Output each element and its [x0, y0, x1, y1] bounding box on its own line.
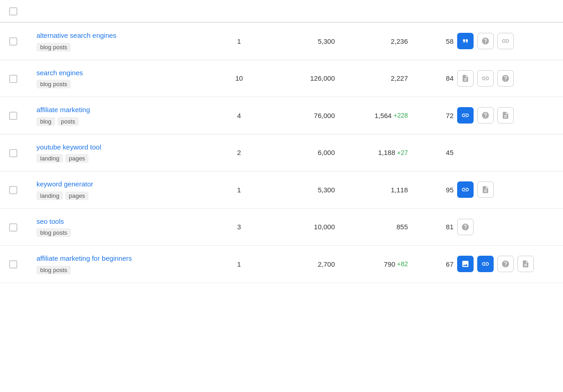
serp-icon-top-stories-2[interactable]	[497, 107, 514, 124]
serp-cell-2	[454, 107, 554, 124]
serp-icon-image-pack-6[interactable]	[457, 256, 474, 272]
serp-icon-people-also-ask-2[interactable]	[477, 107, 494, 124]
traffic-cell-4: 1,118	[335, 186, 408, 194]
row-checkbox-cell-1	[9, 74, 36, 83]
serp-cell-1	[454, 70, 554, 87]
keyword-cell-3: youtube keyword tool landingpages	[36, 143, 207, 163]
tag: landing	[36, 154, 63, 163]
traffic-cell-5: 855	[335, 223, 408, 231]
position-cell-6: 1	[207, 260, 271, 268]
row-checkbox-3[interactable]	[9, 149, 17, 157]
keyword-cell-6: affiliate marketing for beginners blog p…	[36, 254, 207, 274]
serp-icon-featured-snippet-0[interactable]	[457, 33, 474, 49]
keyword-cell-0: alternative search engines blog posts	[36, 31, 207, 52]
position-cell-4: 1	[207, 186, 271, 194]
table-row: keyword generator landingpages 15,300 1,…	[0, 171, 563, 209]
keyword-cell-2: affiliate marketing blogposts	[36, 105, 207, 126]
serp-icon-people-also-ask-0[interactable]	[477, 33, 494, 49]
serp-icon-sitelinks-0[interactable]	[497, 33, 514, 49]
row-checkbox-cell-3	[9, 148, 36, 157]
tags-row-2: blogposts	[36, 117, 207, 126]
row-checkbox-4[interactable]	[9, 186, 17, 194]
position-cell-5: 3	[207, 223, 271, 231]
serp-cell-6	[454, 256, 554, 272]
serp-icon-top-stories-4[interactable]	[477, 181, 494, 198]
table-row: affiliate marketing blogposts 476,000 1,…	[0, 97, 563, 134]
traffic-value-6: 790	[384, 260, 395, 268]
traffic-value-4: 1,118	[391, 186, 408, 194]
tags-row-5: blog posts	[36, 228, 207, 237]
keyword-cell-5: seo tools blog posts	[36, 217, 207, 237]
serp-icon-people-also-ask-6[interactable]	[497, 256, 514, 272]
traffic-cell-1: 2,227	[335, 74, 408, 82]
row-checkbox-cell-2	[9, 111, 36, 120]
volume-cell-3: 6,000	[271, 149, 335, 156]
kd-cell-2: 72	[408, 112, 454, 119]
tag: blog	[36, 117, 55, 126]
traffic-delta-6: +82	[397, 260, 408, 268]
row-checkbox-cell-6	[9, 259, 36, 268]
serp-icon-sitelinks-2[interactable]	[457, 107, 474, 124]
row-checkbox-2[interactable]	[9, 112, 17, 120]
position-cell-1: 10	[207, 74, 271, 82]
header-checkbox-cell	[9, 6, 36, 15]
row-checkbox-5[interactable]	[9, 223, 17, 232]
serp-cell-5	[454, 219, 554, 235]
row-checkbox-0[interactable]	[9, 37, 17, 46]
tags-row-6: blog posts	[36, 266, 207, 274]
traffic-value-2: 1,564	[375, 112, 392, 119]
table-row: youtube keyword tool landingpages 26,000…	[0, 134, 563, 172]
table-header	[0, 0, 563, 23]
volume-cell-2: 76,000	[271, 112, 335, 119]
keyword-table: alternative search engines blog posts 15…	[0, 0, 563, 392]
traffic-value-5: 855	[396, 223, 408, 231]
position-cell-2: 4	[207, 112, 271, 119]
traffic-value-0: 2,236	[391, 37, 408, 45]
volume-cell-6: 2,700	[271, 260, 335, 268]
kd-cell-3: 45	[408, 149, 454, 156]
row-checkbox-cell-4	[9, 185, 36, 194]
kd-cell-5: 81	[408, 223, 454, 231]
serp-icon-people-also-ask-5[interactable]	[457, 219, 474, 235]
serp-icon-top-stories-6[interactable]	[517, 256, 534, 272]
kd-cell-6: 67	[408, 260, 454, 268]
keyword-link-6[interactable]: affiliate marketing for beginners	[36, 254, 207, 263]
volume-cell-0: 5,300	[271, 37, 335, 45]
traffic-cell-2: 1,564+228	[335, 112, 408, 119]
tag: blog posts	[36, 43, 71, 52]
position-cell-0: 1	[207, 37, 271, 45]
keyword-link-0[interactable]: alternative search engines	[36, 31, 207, 40]
keyword-cell-4: keyword generator landingpages	[36, 180, 207, 200]
table-body: alternative search engines blog posts 15…	[0, 23, 563, 283]
tag: landing	[36, 191, 63, 200]
traffic-cell-0: 2,236	[335, 37, 408, 45]
row-checkbox-6[interactable]	[9, 260, 17, 268]
row-checkbox-cell-5	[9, 222, 36, 232]
serp-cell-4	[454, 181, 554, 198]
row-checkbox-1[interactable]	[9, 75, 17, 83]
select-all-checkbox[interactable]	[9, 7, 17, 15]
keyword-link-5[interactable]: seo tools	[36, 217, 207, 226]
keyword-cell-1: search engines blog posts	[36, 68, 207, 89]
position-cell-3: 2	[207, 149, 271, 156]
keyword-link-4[interactable]: keyword generator	[36, 180, 207, 189]
table-row: affiliate marketing for beginners blog p…	[0, 246, 563, 283]
tag: blog posts	[36, 266, 71, 274]
keyword-link-1[interactable]: search engines	[36, 68, 207, 77]
serp-icon-top-stories-1[interactable]	[457, 70, 474, 87]
serp-icon-sitelinks-4[interactable]	[457, 181, 474, 198]
kd-cell-4: 95	[408, 186, 454, 194]
traffic-delta-3: +27	[397, 149, 408, 156]
tags-row-4: landingpages	[36, 191, 207, 200]
serp-icon-sitelinks-1[interactable]	[477, 70, 494, 87]
keyword-link-2[interactable]: affiliate marketing	[36, 105, 207, 114]
tag: pages	[65, 191, 89, 200]
serp-icon-people-also-ask-1[interactable]	[497, 70, 514, 87]
row-checkbox-cell-0	[9, 36, 36, 46]
traffic-cell-3: 1,188+27	[335, 149, 408, 156]
serp-icon-sitelinks-6[interactable]	[477, 256, 494, 272]
tag: blog posts	[36, 80, 71, 88]
table-row: seo tools blog posts 310,000 855 81	[0, 209, 563, 246]
keyword-link-3[interactable]: youtube keyword tool	[36, 143, 207, 152]
volume-cell-1: 126,000	[271, 74, 335, 82]
